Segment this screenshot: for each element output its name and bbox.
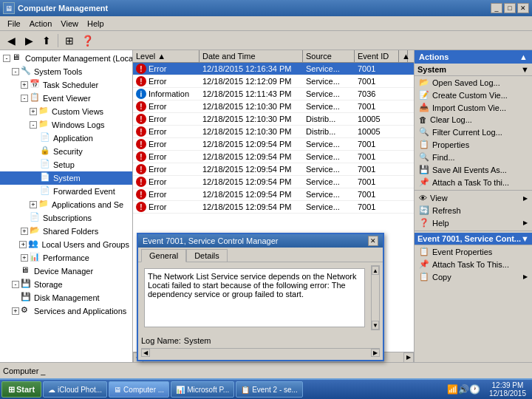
actions-panel: Actions ▲ System ▼ 📂 Open Saved Log... 📝… bbox=[414, 50, 532, 362]
taskbar-event[interactable]: 📋 Event 2 - se... bbox=[236, 381, 303, 398]
task-scheduler-expand[interactable]: + bbox=[21, 81, 28, 89]
tree-windows-logs[interactable]: - 📁 Windows Logs bbox=[0, 118, 132, 132]
table-row[interactable]: ! Error 12/18/2015 12:09:54 PM Service..… bbox=[133, 188, 414, 201]
help-toolbar-button[interactable]: ❓ bbox=[79, 33, 95, 48]
menu-file[interactable]: File bbox=[3, 18, 25, 30]
action-find[interactable]: 🔍 Find... bbox=[415, 151, 532, 163]
error-icon: ! bbox=[136, 189, 146, 200]
action-properties[interactable]: 📋 Properties bbox=[415, 138, 532, 151]
action-refresh[interactable]: 🔄 Refresh bbox=[415, 204, 532, 216]
tree-apps-services[interactable]: + 📁 Applications and Se bbox=[0, 198, 132, 211]
action-attach-task-event[interactable]: 📌 Attach Task To This... bbox=[415, 258, 532, 270]
action-save-events[interactable]: 💾 Save All Events As... bbox=[415, 163, 532, 176]
col-datetime[interactable]: Date and Time bbox=[200, 50, 303, 62]
tree-shared-folders[interactable]: + 📂 Shared Folders bbox=[0, 225, 132, 238]
action-view[interactable]: 👁 View ▶ bbox=[415, 192, 532, 204]
table-row[interactable]: ! Error 12/18/2015 12:12:09 PM Service..… bbox=[133, 75, 414, 88]
table-row[interactable]: ! Error 12/18/2015 12:09:54 PM Service..… bbox=[133, 151, 414, 163]
tree-storage[interactable]: - 💾 Storage bbox=[0, 278, 132, 291]
menu-action[interactable]: Action bbox=[25, 18, 57, 30]
taskbar: ⊞ Start ☁ iCloud Phot... 🖥 Computer ... … bbox=[0, 378, 532, 399]
storage-expand[interactable]: - bbox=[12, 281, 19, 288]
open-log-icon: 📂 bbox=[419, 78, 429, 87]
action-clear-log[interactable]: 🗑 Clear Log... bbox=[415, 114, 532, 126]
maximize-button[interactable]: □ bbox=[504, 3, 516, 13]
table-row[interactable]: ! Error 12/18/2015 12:16:34 PM Service..… bbox=[133, 63, 414, 75]
table-row[interactable]: ! Error 12/18/2015 12:10:30 PM Distrib..… bbox=[133, 126, 414, 138]
scroll-right-button[interactable]: ▶ bbox=[403, 352, 414, 363]
tree-performance[interactable]: + 📊 Performance bbox=[0, 251, 132, 265]
icloud-icon: ☁ bbox=[48, 386, 55, 394]
tree-disk-management[interactable]: 💾 Disk Management bbox=[0, 291, 132, 304]
tree-subscriptions[interactable]: 📄 Subscriptions bbox=[0, 211, 132, 225]
action-import-custom-view[interactable]: 📥 Import Custom Vie... bbox=[415, 101, 532, 114]
tree-task-scheduler[interactable]: + 📅 Task Scheduler bbox=[0, 78, 132, 92]
table-row[interactable]: ! Error 12/18/2015 12:10:30 PM Service..… bbox=[133, 100, 414, 113]
col-eventid[interactable]: Event ID bbox=[355, 50, 399, 62]
back-button[interactable]: ◀ bbox=[3, 33, 19, 48]
minimize-button[interactable]: _ bbox=[491, 3, 502, 13]
action-create-custom-view[interactable]: 📝 Create Custom Vie... bbox=[415, 89, 532, 101]
start-button[interactable]: ⊞ Start bbox=[1, 381, 41, 398]
services-apps-expand[interactable]: + bbox=[12, 307, 19, 315]
tree-security[interactable]: 🔒 Security bbox=[0, 145, 132, 158]
shared-folders-expand[interactable]: + bbox=[21, 228, 28, 235]
tree-root[interactable]: - 🖥 Computer Management (Local bbox=[0, 52, 132, 65]
up-button[interactable]: ⬆ bbox=[38, 33, 55, 48]
table-row[interactable]: i Information 12/18/2015 12:11:43 PM Ser… bbox=[133, 88, 414, 100]
forward-button[interactable]: ▶ bbox=[21, 33, 37, 48]
taskbar-microsoft[interactable]: 📊 Microsoft P... bbox=[171, 381, 234, 398]
scroll-left-button[interactable]: ◀ bbox=[133, 352, 143, 363]
tree-forwarded-events[interactable]: 📄 Forwarded Event bbox=[0, 185, 132, 198]
middle-area: Level ▲ Date and Time Source Event ID ▲ … bbox=[133, 50, 414, 362]
clock[interactable]: 12:39 PM 12/18/2015 bbox=[485, 381, 531, 398]
action-copy[interactable]: 📋 Copy ▶ bbox=[415, 270, 532, 283]
action-attach-task[interactable]: 📌 Attach a Task To thi... bbox=[415, 176, 532, 188]
system-tools-expand[interactable]: - bbox=[12, 68, 19, 75]
title-bar: 🖥 Computer Management _ □ ✕ bbox=[0, 0, 532, 16]
action-separator-1 bbox=[415, 190, 532, 191]
tree-services-apps[interactable]: + ⚙ Services and Applications bbox=[0, 304, 132, 318]
error-icon: ! bbox=[136, 114, 146, 124]
table-row[interactable]: ! Error 12/18/2015 12:09:54 PM Service..… bbox=[133, 163, 414, 176]
tree-application[interactable]: 📄 Application bbox=[0, 132, 132, 145]
tree-event-viewer[interactable]: - 📋 Event Viewer bbox=[0, 92, 132, 105]
windows-logs-expand[interactable]: - bbox=[30, 121, 37, 129]
table-row[interactable]: ! Error 12/18/2015 12:09:54 PM Service..… bbox=[133, 201, 414, 214]
action-help[interactable]: ❓ Help ▶ bbox=[415, 216, 532, 229]
close-button[interactable]: ✕ bbox=[517, 3, 529, 13]
menu-view[interactable]: View bbox=[56, 18, 83, 30]
show-hide-button[interactable]: ⊞ bbox=[61, 33, 78, 48]
action-open-saved-log[interactable]: 📂 Open Saved Log... bbox=[415, 76, 532, 89]
performance-expand[interactable]: + bbox=[21, 254, 28, 262]
custom-views-expand[interactable]: + bbox=[30, 108, 37, 115]
tree-system[interactable]: 📄 System bbox=[0, 171, 132, 185]
local-users-expand[interactable]: + bbox=[19, 241, 27, 248]
tree-device-manager[interactable]: 🖥 Device Manager bbox=[0, 265, 132, 278]
action-event-properties[interactable]: 📋 Event Properties bbox=[415, 245, 532, 258]
table-row[interactable]: ! Error 12/18/2015 12:10:30 PM Distrib..… bbox=[133, 113, 414, 126]
actions-header: Actions ▲ bbox=[415, 50, 532, 64]
col-source[interactable]: Source bbox=[303, 50, 355, 62]
col-scroll[interactable]: ▲ bbox=[399, 50, 408, 62]
clear-log-icon: 🗑 bbox=[419, 115, 427, 124]
root-expand[interactable]: - bbox=[3, 55, 10, 62]
table-row[interactable]: ! Error 12/18/2015 12:09:54 PM Service..… bbox=[133, 176, 414, 188]
action-filter-log[interactable]: 🔍 Filter Current Log... bbox=[415, 126, 532, 138]
error-icon: ! bbox=[136, 177, 146, 187]
event-viewer-expand[interactable]: - bbox=[21, 95, 28, 102]
taskbar-computer-mgmt[interactable]: 🖥 Computer ... bbox=[109, 381, 169, 398]
apps-services-expand[interactable]: + bbox=[30, 201, 37, 208]
menu-help[interactable]: Help bbox=[83, 18, 109, 30]
action-separator-2 bbox=[415, 231, 532, 231]
tree-custom-views[interactable]: + 📁 Custom Views bbox=[0, 105, 132, 118]
col-level[interactable]: Level ▲ bbox=[133, 50, 200, 62]
copy-arrow: ▶ bbox=[523, 273, 528, 280]
table-row[interactable]: ! Error 12/18/2015 12:09:54 PM Service..… bbox=[133, 138, 414, 151]
taskbar-icloud[interactable]: ☁ iCloud Phot... bbox=[43, 381, 107, 398]
tree-system-tools[interactable]: - 🔧 System Tools bbox=[0, 65, 132, 78]
tree-local-users[interactable]: + 👥 Local Users and Groups bbox=[0, 238, 132, 251]
horizontal-scrollbar-area: ◀ ▶ bbox=[133, 352, 414, 362]
horizontal-scrollbar-track[interactable] bbox=[143, 353, 403, 362]
tree-setup[interactable]: 📄 Setup bbox=[0, 158, 132, 171]
